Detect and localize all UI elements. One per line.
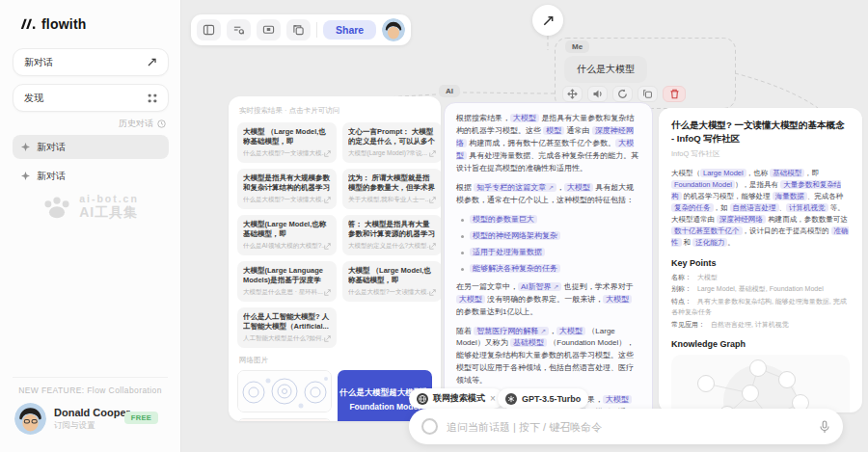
key-point-label: 特点： [671, 298, 692, 305]
knowledge-graph-preview[interactable]: Click to View [671, 355, 850, 412]
key-point-row: 别称： Large Model, 基础模型, Foundation Model [671, 284, 850, 295]
share-button[interactable]: Share [323, 20, 376, 40]
web-search-mode-chip[interactable]: 联网搜索模式 × [409, 388, 503, 409]
search-results-header: 实时搜索结果 · 点击卡片可访问 [239, 106, 432, 116]
app-title: flowith [41, 16, 87, 32]
entity-highlight: 深度神经网络 [717, 215, 766, 224]
user-question-bubble[interactable]: 什么是大模型 [564, 56, 647, 83]
external-link-icon: ↗ [554, 283, 559, 290]
history-conversation-item[interactable]: 新对话 [13, 135, 169, 159]
search-result-card[interactable]: 大模型(Large Model,也称基础模型，即Foundation... 什么… [237, 215, 337, 255]
watermark: ai-bot.cn AI工具集 [0, 193, 181, 222]
entity-link[interactable]: AI新智界↗ [518, 282, 561, 291]
model-logo-icon [505, 393, 517, 405]
web-image-thumbnail-mindmap[interactable] [237, 418, 332, 422]
flowith-logo[interactable]: flowith [19, 16, 87, 32]
search-result-card[interactable]: 大模型 （Large Model,也称基础模型，即Foundation... 什… [237, 122, 337, 163]
discover-grid-icon [148, 93, 157, 103]
answer-feature-item: 能够解决各种复杂的任务 [460, 263, 640, 274]
web-image-thumbnail-circles[interactable] [237, 370, 332, 412]
web-search-mode-label: 联网搜索模式 [433, 392, 485, 405]
result-source: 人工智能大模型是什么?如何... [243, 334, 324, 343]
paw-icon [42, 195, 71, 220]
external-link-icon [324, 243, 331, 250]
entity-link[interactable]: 知乎专栏的这篇文章↗ [474, 183, 556, 192]
entity-highlight: 适用于处理海量数据 [470, 248, 545, 256]
canvas-toolbar: Share [191, 14, 411, 45]
search-result-card[interactable]: 答： 大模型是指具有大量参数和计算资源的机器学习模型... 大模型的定义是什么?… [342, 215, 441, 255]
search-result-card[interactable]: 文心一言Prompt： 大模型的定义是什么，可以从多个角度... 大模型(Lar… [342, 122, 441, 163]
move-node-button[interactable] [562, 86, 583, 102]
search-results-panel: 实时搜索结果 · 点击卡片可访问 大模型 （Large Model,也称基础模型… [229, 96, 441, 421]
clock-icon [157, 120, 166, 128]
read-aloud-button[interactable] [587, 86, 608, 102]
copy-node-button[interactable] [637, 86, 658, 102]
external-link-icon: ↗ [540, 328, 546, 334]
result-source: 关于大模型,我和专业人士一... [348, 196, 429, 204]
model-selector-chip[interactable]: GPT-3.5-Turbo [498, 388, 588, 409]
user-account[interactable]: Donald Cooper 订阅与设置 FREE [14, 403, 168, 435]
composer-status-ring-icon [421, 418, 438, 435]
copy-canvas-button[interactable] [286, 19, 311, 40]
new-node-button[interactable] [532, 5, 563, 36]
search-result-card[interactable]: 大模型 （Large Model,也称基础模型，即Foundation... 什… [342, 261, 441, 302]
answer-feature-item: 适用于处理海量数据 [460, 247, 640, 257]
microphone-icon[interactable] [819, 420, 830, 434]
external-link-icon: ↗ [548, 184, 554, 191]
globe-icon [417, 393, 428, 405]
article-title[interactable]: 什么是大模型? 一文读懂大模型的基本概念 - InfoQ 写作社区 [671, 119, 850, 146]
key-point-value: 自然语言处理, 计算机视觉 [711, 321, 789, 328]
external-link-icon [429, 150, 436, 157]
regenerate-button[interactable] [612, 86, 633, 102]
entity-link[interactable]: 智慧医疗网的解释↗ [474, 327, 549, 335]
search-results-grid: 大模型 （Large Model,也称基础模型，即Foundation... 什… [237, 122, 432, 348]
delete-node-button[interactable] [663, 86, 686, 102]
nodes-list-button[interactable] [227, 19, 251, 40]
search-result-card[interactable]: 大模型是指具有大规模参数和复杂计算结构的机器学习模... 什么是大模型?一文读懂… [237, 169, 337, 209]
search-result-card[interactable]: 什么是人工智能大模型? 人工智能大模型（Artificial... 人工智能大模… [237, 307, 337, 348]
external-link-icon [324, 197, 331, 203]
history-header[interactable]: 历史对话 [119, 118, 166, 130]
discover-button[interactable]: 发现 [13, 84, 169, 112]
close-icon[interactable]: × [490, 394, 496, 404]
discover-label: 发现 [24, 92, 43, 105]
presentation-button[interactable] [257, 19, 281, 40]
entity-highlight: 模型的参数量巨大 [470, 215, 537, 224]
flowith-app: flowith 新对话 发现 历史对话 新对话 [0, 0, 868, 452]
answer-feature-list: 模型的参数量巨大模型的神经网络架构复杂适用于处理海量数据能够解决各种复杂的任务 [460, 214, 640, 274]
flowith-logo-icon [19, 16, 36, 32]
entity-highlight: 海量数据 [773, 192, 807, 200]
key-point-row: 名称： 大模型 [671, 273, 850, 283]
key-points-heading: Key Points [671, 258, 850, 268]
result-source: 大模型是什么意思 · 星环科... [243, 288, 323, 297]
result-source: 什么是大模型?一文读懂大模... [243, 196, 324, 204]
web-images-label: 网络图片 [239, 356, 432, 365]
key-point-label: 名称： [671, 274, 692, 280]
entity-highlight: 能够解决各种复杂的任务 [470, 264, 560, 273]
key-points-list: 名称： 大模型 别称： Large Model, 基础模型, Foundatio… [671, 273, 850, 331]
search-result-card[interactable]: 大模型(Large Language Models)是指基于深度学习... 大模… [237, 261, 337, 302]
new-chat-pen-icon [147, 57, 157, 67]
new-chat-button[interactable]: 新对话 [13, 48, 169, 76]
entity-highlight: 模型的神经网络架构复杂 [470, 231, 560, 240]
entity-highlight: Large Model [700, 169, 746, 177]
toggle-sidebar-button[interactable] [197, 19, 221, 40]
entity-highlight: 泛化能力 [692, 238, 727, 247]
user-avatar [14, 403, 46, 435]
key-point-row: 常见应用： 自然语言处理, 计算机视觉 [671, 320, 850, 331]
external-link-icon [429, 197, 436, 203]
search-result-card[interactable]: 沈为： 所谓大模型就是指模型的参数量大，但学术界并没... 关于大模型,我和专业… [342, 169, 441, 209]
answer-feature-item: 模型的参数量巨大 [460, 214, 640, 225]
feature-banner: NEW FEATURE: Flow Collaboration [13, 386, 168, 395]
message-input[interactable] [447, 421, 810, 433]
toolbar-avatar[interactable] [382, 18, 405, 41]
article-summary: 大模型（Large Model，也称 基础模型，即 Foundation Mod… [671, 168, 850, 249]
reader-panel: 什么是大模型? 一文读懂大模型的基本概念 - InfoQ 写作社区 InfoQ … [659, 108, 862, 412]
result-title: 答： 大模型是指具有大量参数和计算资源的机器学习模型... [348, 220, 436, 239]
history-conversation-item[interactable]: 新对话 [13, 164, 169, 188]
result-title: 大模型 （Large Model,也称基础模型，即Foundation... [243, 127, 331, 146]
ai-answer-card[interactable]: 根据搜索结果，大模型 是指具有大量参数和复杂结构的机器学习模型。这些 模型 通常… [444, 102, 653, 422]
knowledge-graph-heading: Knowledge Graph [671, 339, 850, 349]
user-settings-link[interactable]: 订阅与设置 [54, 420, 130, 432]
result-title: 大模型(Large Model,也称基础模型，即Foundation... [243, 220, 331, 239]
